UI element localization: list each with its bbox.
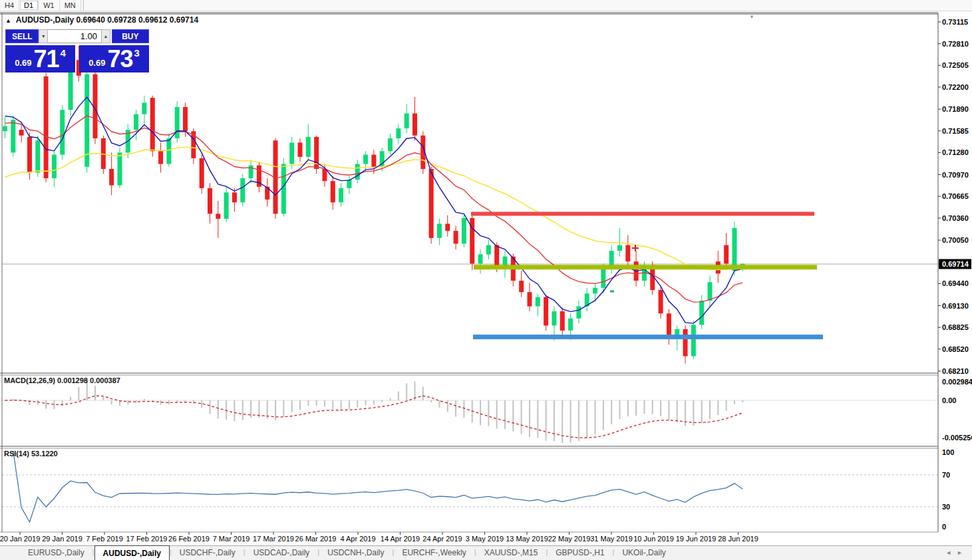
tab-gbpusd-h1[interactable]: GBPUSD-,H1 xyxy=(548,546,612,560)
price-tick-label[interactable]: 0.72505 xyxy=(942,61,969,69)
candle-body xyxy=(142,102,146,114)
candle-body xyxy=(158,151,163,164)
price-tick-label[interactable]: 0.68210 xyxy=(942,367,969,375)
collapse-icon[interactable]: ▲ xyxy=(5,17,11,24)
date-tick-label[interactable]: 24 Apr 2019 xyxy=(422,535,462,543)
rsi-axis-label: 0 xyxy=(942,523,946,531)
candle-body xyxy=(568,319,573,331)
buy-price-prefix: 0.69 xyxy=(88,58,105,68)
price-tick-label[interactable]: 0.73115 xyxy=(942,18,968,26)
date-tick-label[interactable]: 3 May 2019 xyxy=(466,535,504,543)
candle-body xyxy=(339,188,343,202)
tab-usdchf-daily[interactable]: USDCHF-,Daily xyxy=(172,546,243,560)
volume-increase-button[interactable]: ▲ xyxy=(101,29,110,43)
candle-body xyxy=(708,282,713,301)
date-tick-label[interactable]: 19 Jun 2019 xyxy=(676,535,717,543)
date-tick-label[interactable]: 17 Feb 2019 xyxy=(126,535,168,543)
price-tick-label[interactable]: 0.71280 xyxy=(942,148,969,156)
date-tick-label[interactable]: 4 Apr 2019 xyxy=(340,535,375,543)
candle-body xyxy=(109,169,114,186)
candle-body xyxy=(625,245,630,262)
date-tick-label[interactable]: 31 May 2019 xyxy=(590,535,633,543)
tab-xauusd-m15[interactable]: XAUUSD-,M15 xyxy=(476,546,546,560)
chart-canvas[interactable]: 0.731150.728100.725050.722000.718900.715… xyxy=(0,0,972,545)
buy-price-display[interactable]: 0.69 73 3 xyxy=(79,45,149,72)
candle-body xyxy=(659,290,663,313)
candle-body xyxy=(478,254,483,263)
candle-body xyxy=(224,192,229,219)
candle-body xyxy=(331,181,335,202)
date-tick-label[interactable]: 17 Mar 2019 xyxy=(253,535,294,543)
candle-body xyxy=(462,218,466,244)
price-tick-label[interactable]: 0.70360 xyxy=(942,214,969,222)
macd-indicator-label: MACD(12,26,9) 0.001298 0.000387 xyxy=(4,376,120,384)
candle-body xyxy=(699,301,704,325)
tab-audusd-daily[interactable]: AUDUSD-,Daily xyxy=(94,545,170,560)
candle-body xyxy=(175,107,180,138)
tab-usdcad-daily[interactable]: USDCAD-,Daily xyxy=(245,546,318,560)
date-tick-label[interactable]: 22 May 2019 xyxy=(548,535,591,543)
date-tick-label[interactable]: 20 Jan 2019 xyxy=(0,535,40,543)
price-tick-label[interactable]: 0.70970 xyxy=(942,171,969,179)
price-tick-label[interactable]: 0.68825 xyxy=(942,323,969,331)
volume-input[interactable] xyxy=(48,29,101,43)
candle-body xyxy=(388,138,393,151)
candle-body xyxy=(208,188,212,214)
candle-body xyxy=(560,311,565,331)
date-tick-label[interactable]: 10 Jun 2019 xyxy=(633,535,674,543)
candle-body xyxy=(536,297,540,307)
price-tick-label[interactable]: 0.71585 xyxy=(942,127,969,135)
candle-body xyxy=(371,155,376,167)
pivot-line[interactable] xyxy=(474,265,817,269)
price-tick-label[interactable]: 0.70665 xyxy=(942,192,969,200)
candle-body xyxy=(134,114,138,130)
tab-scroll-arrows[interactable]: ◄► xyxy=(945,549,968,556)
date-tick-label[interactable]: 26 Feb 2019 xyxy=(168,535,210,543)
sell-price-big: 71 xyxy=(33,47,59,72)
date-tick-label[interactable]: 26 Mar 2019 xyxy=(295,535,337,543)
ohlc-close: 0.69714 xyxy=(170,15,198,25)
candle-body xyxy=(617,245,622,251)
autoscroll-icon[interactable]: ▼ xyxy=(749,14,754,20)
macd-value: 0.001298 xyxy=(57,376,88,384)
buy-price-big: 73 xyxy=(107,47,132,72)
resistance-line[interactable] xyxy=(471,211,814,215)
price-tick-label[interactable]: 0.69130 xyxy=(942,302,969,310)
price-tick-label[interactable]: 0.72810 xyxy=(942,40,969,48)
candle-body xyxy=(454,231,458,243)
price-tick-label[interactable]: 0.71890 xyxy=(942,105,969,113)
tab-eurusd-daily[interactable]: EURUSD-,Daily xyxy=(20,546,92,560)
date-tick-label[interactable]: 28 Jun 2019 xyxy=(718,535,758,543)
candle-body xyxy=(11,120,15,152)
tab-eurchf-weekly[interactable]: EURCHF-,Weekly xyxy=(394,546,474,560)
sell-button[interactable]: SELL xyxy=(5,29,39,43)
candle-body xyxy=(52,155,57,178)
tab-usdcnh-daily[interactable]: USDCNH-,Daily xyxy=(319,546,392,560)
date-tick-label[interactable]: 13 May 2019 xyxy=(506,535,548,543)
sell-price-display[interactable]: 0.69 71 4 xyxy=(5,45,75,72)
candle-body xyxy=(576,307,581,319)
candle-body xyxy=(19,130,24,136)
date-tick-label[interactable]: 14 Apr 2019 xyxy=(381,535,420,543)
ohlc-open: 0.69640 xyxy=(77,15,105,25)
ohlc-high: 0.69728 xyxy=(107,15,136,25)
candle-body xyxy=(363,155,368,164)
support-line[interactable] xyxy=(473,335,823,339)
rsi-indicator-label: RSI(14) 53.1220 xyxy=(4,450,58,458)
candle-body xyxy=(601,269,605,288)
date-tick-label[interactable]: 7 Feb 2019 xyxy=(86,535,123,543)
candle-body xyxy=(150,98,155,151)
price-tick-label[interactable]: 0.70050 xyxy=(942,236,969,244)
candle-body xyxy=(396,128,401,138)
price-tick-label[interactable]: 0.72200 xyxy=(942,83,969,91)
price-tick-label[interactable]: 0.68520 xyxy=(942,345,969,353)
trade-marker-dash xyxy=(610,291,614,293)
date-tick-label[interactable]: 29 Jan 2019 xyxy=(42,535,82,543)
date-tick-label[interactable]: 7 Mar 2019 xyxy=(213,535,250,543)
tab-ukoil-daily[interactable]: UKOil-,Daily xyxy=(614,546,673,560)
candle-body xyxy=(200,158,204,188)
candle-body xyxy=(322,169,327,181)
buy-button[interactable]: BUY xyxy=(112,29,149,43)
price-tick-label[interactable]: 0.69440 xyxy=(942,279,969,287)
volume-decrease-button[interactable]: ▼ xyxy=(39,29,48,43)
